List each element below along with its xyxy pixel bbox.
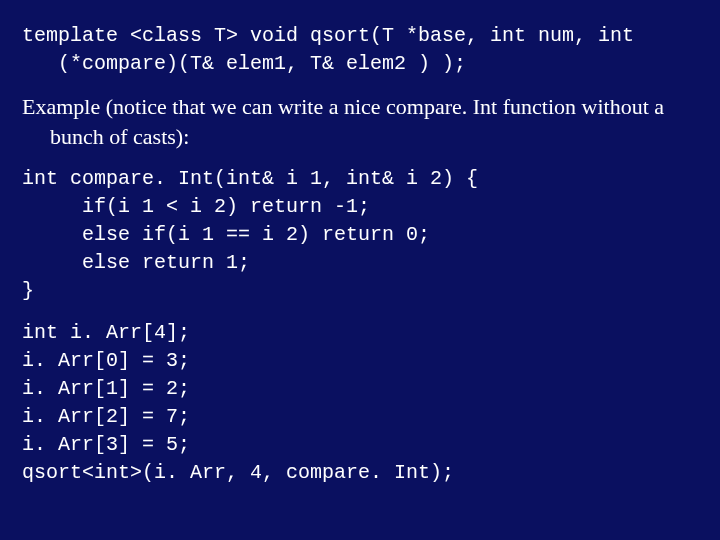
example-description: Example (notice that we can write a nice… xyxy=(22,92,698,151)
code-usage-example: int i. Arr[4]; i. Arr[0] = 3; i. Arr[1] … xyxy=(22,319,698,487)
slide: template <class T> void qsort(T *base, i… xyxy=(0,0,720,540)
code-compare-function: int compare. Int(int& i 1, int& i 2) { i… xyxy=(22,165,698,305)
code-template-declaration: template <class T> void qsort(T *base, i… xyxy=(22,22,698,78)
